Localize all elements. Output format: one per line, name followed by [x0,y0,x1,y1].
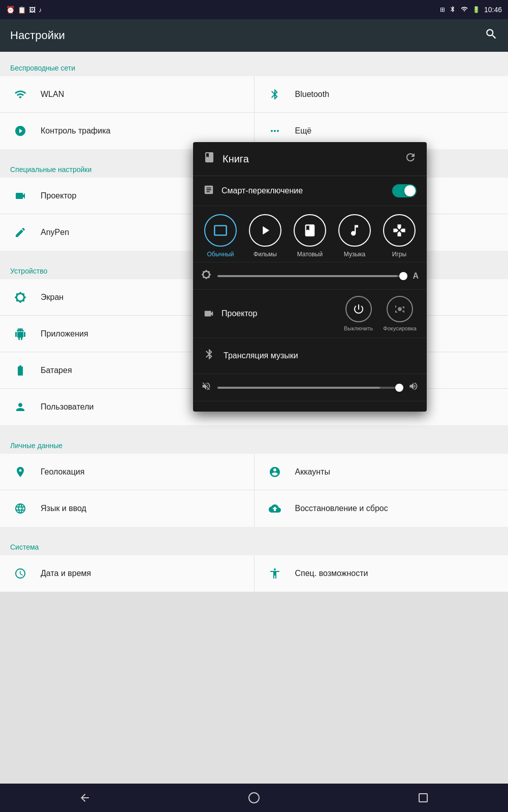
panel-header-left: Книга [203,151,249,166]
nav-back-button[interactable] [70,788,100,808]
mode-games[interactable]: Игры [383,214,416,258]
projector-focus-button[interactable]: Фокусировка [383,296,417,331]
mode-normal[interactable]: Обычный [204,214,237,258]
status-bar-right: ⊞ 🔋 10:46 [440,6,502,14]
brightness-fill [217,275,397,277]
projector-power-off-label: Выключить [344,325,373,331]
projector-power-off-button[interactable]: Выключить [344,296,373,331]
alarm-icon: ⏰ [6,6,15,14]
brightness-low-icon [201,269,211,282]
smart-switch-label: Смарт-переключение [221,186,303,195]
location-label: Геолокация [41,467,84,477]
projector-panel-left: Проектор [203,308,257,319]
smart-switch-left: Смарт-переключение [203,184,303,197]
brightness-icon [10,287,30,308]
projector-focus-circle [387,296,413,322]
more-icon [265,121,285,141]
bluetooth-label: Bluetooth [295,90,330,99]
section-personal: Личные данные Геолокация Язык и ввод [0,433,508,527]
mode-music-circle [338,214,371,247]
settings-item-datetime[interactable]: Дата и время [0,555,254,592]
projector-power-circle [345,296,372,322]
brightness-track[interactable] [217,275,406,277]
language-icon [10,498,30,519]
settings-item-location[interactable]: Геолокация [0,454,254,490]
videocam-icon [10,186,30,206]
smart-switch-toggle[interactable] [392,184,417,197]
settings-item-language[interactable]: Язык и ввод [0,490,254,527]
volume-thumb [395,384,403,392]
status-bar: ⏰ 📋 🖼 ♪ ⊞ 🔋 10:46 [0,0,508,19]
projector-panel-row: Проектор Выключить Фокусировка [193,290,427,338]
music-icon: ♪ [39,6,42,14]
schedule-icon [10,563,30,584]
smart-switch-row[interactable]: Смарт-переключение [193,176,427,206]
mode-music[interactable]: Музыка [338,214,371,258]
volume-track[interactable] [217,387,402,389]
volume-fill [217,387,380,389]
projector-focus-label: Фокусировка [383,325,417,331]
mode-movies-circle [249,214,281,247]
music-streaming-label: Трансляция музыки [224,351,298,360]
nav-home-button[interactable] [239,788,269,808]
projector-label: Проектор [41,191,76,200]
traffic-label: Контроль трафика [41,126,110,136]
battery-label: Батарея [41,366,72,375]
data-usage-icon [10,121,30,141]
panel-title: Книга [223,153,249,165]
mode-movies-label: Фильмы [253,251,277,258]
mode-buttons: Обычный Фильмы Матовый Музыка Игры [193,206,427,262]
sd-icon: 📋 [18,6,26,14]
wifi-icon [10,84,30,105]
svg-rect-1 [419,794,427,802]
page-title: Настройки [10,29,65,42]
users-label: Пользователи [41,402,93,412]
settings-item-accounts[interactable]: Аккаунты [255,454,509,490]
anypen-label: AnyPen [41,228,69,237]
screen-label: Экран [41,293,64,302]
more-label: Ещё [295,126,312,136]
status-bar-left: ⏰ 📋 🖼 ♪ [6,6,42,14]
person-icon [10,397,30,417]
mode-games-circle [383,214,416,247]
volume-mute-icon [201,381,211,394]
volume-up-icon [408,381,419,394]
panel-close-button[interactable] [404,151,417,166]
panel-header: Книга [193,142,427,176]
bottom-navigation [0,784,508,812]
wlan-label: WLAN [41,90,64,99]
settings-item-restore[interactable]: Восстановление и сброс [255,490,509,527]
image-icon: 🖼 [29,6,36,14]
mode-movies[interactable]: Фильмы [249,214,281,258]
nav-recents-button[interactable] [408,788,438,808]
smart-switch-icon [203,184,214,197]
panel-book-icon [203,151,215,166]
search-button[interactable] [485,27,498,44]
projector-controls: Выключить Фокусировка [344,296,417,331]
music-streaming-row[interactable]: Трансляция музыки [193,338,427,374]
battery-icon [10,360,30,381]
location-icon [10,462,30,482]
brightness-slider-row[interactable]: A [193,262,427,290]
overlay-panel: Книга Смарт-переключение Обычный Фильмы [193,142,427,412]
svg-point-0 [249,793,259,803]
mode-music-label: Музыка [344,251,365,258]
accessibility-label: Спец. возможности [295,569,368,578]
settings-item-accessibility[interactable]: Спец. возможности [255,555,509,592]
time: 10:46 [484,6,502,14]
section-wireless: Беспроводные сети WLAN Контроль трафика [0,56,508,149]
accounts-icon [265,462,285,482]
section-personal-header: Личные данные [0,433,508,454]
app-bar: Настройки [0,19,508,52]
mode-matte[interactable]: Матовый [294,214,326,258]
language-label: Язык и ввод [41,504,86,513]
section-system-header: Система [0,535,508,555]
mode-matte-circle [294,214,326,247]
volume-slider-row[interactable] [193,374,427,401]
cloud-upload-icon [265,498,285,519]
settings-item-bluetooth[interactable]: Bluetooth [255,76,509,113]
android-icon [10,324,30,344]
settings-item-wlan[interactable]: WLAN [0,76,254,113]
apps-label: Приложения [41,329,88,339]
projector-panel-label: Проектор [221,309,257,318]
